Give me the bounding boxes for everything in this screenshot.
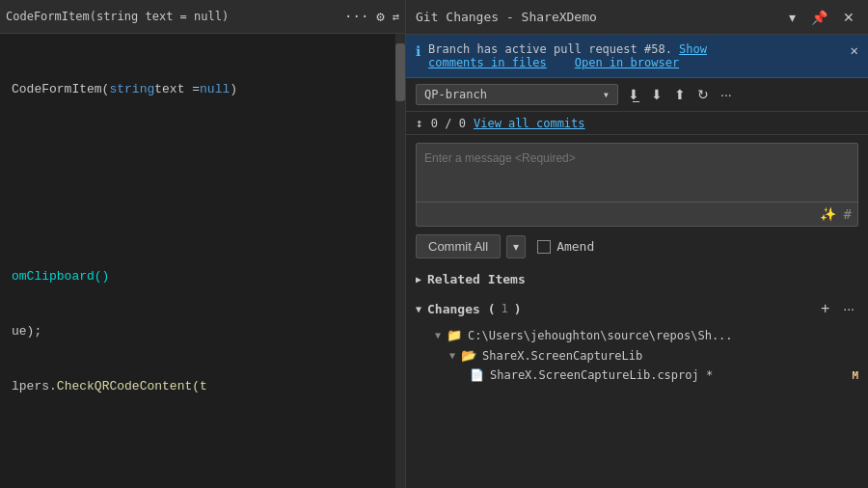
branch-name: QP-branch: [424, 88, 487, 101]
code-panel: CodeFormItem(string text = null) ··· ⚙ ⇄…: [0, 0, 405, 488]
git-panel-header: Git Changes - ShareXDemo ▾ 📌 ✕: [406, 0, 868, 35]
code-line-clipboard: omClipboard(): [0, 267, 405, 285]
gear-icon[interactable]: ⚙: [376, 9, 384, 24]
view-all-commits-link[interactable]: View all commits: [474, 117, 585, 130]
panel-collapse-button[interactable]: ▾: [785, 8, 800, 27]
branch-dropdown-arrow: ▾: [603, 88, 610, 101]
code-text: CodeFormItem(: [12, 80, 109, 98]
git-panel-title: Git Changes - ShareXDemo: [416, 10, 597, 24]
code-gap: [0, 190, 405, 267]
code-line: [0, 153, 405, 172]
code-panel-title: CodeFormItem(string text = null): [6, 10, 229, 23]
code-panel-header: CodeFormItem(string text = null) ··· ⚙ ⇄: [0, 0, 405, 34]
pin-button[interactable]: 📌: [807, 8, 831, 27]
changes-arrow: ▼: [416, 304, 421, 314]
pull-button[interactable]: ⬇: [647, 85, 666, 104]
changes-actions: + ···: [817, 298, 858, 319]
tree-file[interactable]: 📄 ShareX.ScreenCaptureLib.csproj * M: [406, 366, 868, 385]
related-items-arrow: ▶: [416, 274, 421, 285]
amend-label: Amend: [556, 239, 594, 254]
file-icon: 📄: [470, 368, 484, 382]
branch-row: QP-branch ▾ ⬇̲ ⬇ ⬆ ↻ ···: [406, 78, 868, 112]
change-badge: M: [852, 369, 858, 382]
more-icon[interactable]: ···: [344, 9, 368, 24]
tree-repo-root[interactable]: ▼ 📁 C:\Users\jehoughton\source\repos\Sh.…: [406, 325, 868, 345]
hash-icon[interactable]: #: [844, 206, 852, 222]
commits-row: ↕ 0 / 0 View all commits: [406, 112, 868, 135]
commits-count: 0 / 0: [431, 117, 466, 130]
branch-actions: ⬇̲ ⬇ ⬆ ↻ ···: [624, 85, 736, 104]
code-line-check: lpers.CheckQRCodeContent(t: [0, 377, 405, 395]
tree-file-label: ShareX.ScreenCaptureLib.csproj *: [490, 368, 846, 382]
commit-all-dropdown-button[interactable]: ▾: [506, 235, 526, 258]
amend-checkbox[interactable]: [537, 240, 551, 254]
message-toolbar: ✨ #: [417, 202, 857, 226]
folder-icon: 📂: [461, 348, 476, 363]
code-body: CodeFormItem(string text = null) omClipb…: [0, 34, 405, 488]
changes-more-button[interactable]: ···: [839, 298, 858, 319]
changes-section[interactable]: ▼ Changes (1) + ···: [406, 292, 868, 325]
info-banner: ℹ Branch has active pull request #58. Sh…: [406, 35, 868, 78]
tree-folder[interactable]: ▼ 📂 ShareX.ScreenCaptureLib: [406, 345, 868, 366]
repo-icon: 📁: [447, 328, 462, 342]
push-button[interactable]: ⬆: [670, 85, 690, 104]
code-line: [0, 135, 405, 153]
info-text: Branch has active pull request #58. Show…: [428, 42, 843, 69]
info-icon: ℹ: [416, 43, 420, 59]
amend-row: Amend: [537, 239, 594, 254]
commit-row: Commit All ▾ Amend: [406, 227, 868, 266]
code-line: [0, 98, 405, 117]
related-items-section[interactable]: ▶ Related Items: [406, 266, 868, 292]
message-area: ✨ #: [416, 143, 858, 227]
close-button[interactable]: ✕: [839, 8, 858, 27]
sparkle-icon[interactable]: ✨: [820, 206, 836, 222]
vertical-scrollbar[interactable]: [395, 34, 405, 488]
info-text-main: Branch has active pull request #58.: [428, 42, 672, 56]
comments-link[interactable]: comments in files: [428, 56, 547, 69]
commit-message-input[interactable]: [417, 144, 857, 202]
changes-count: 1: [501, 302, 507, 315]
code-gap: [0, 285, 405, 322]
fetch-button[interactable]: ⬇̲: [624, 85, 643, 104]
commits-arrows-icon: ↕: [416, 116, 423, 130]
open-browser-link[interactable]: Open in browser: [575, 56, 679, 69]
tree-repo-arrow: ▼: [435, 330, 441, 340]
scrollbar-thumb[interactable]: [395, 43, 405, 101]
tree-folder-label: ShareX.ScreenCaptureLib: [482, 349, 858, 363]
code-gap: [0, 340, 405, 377]
split-icon[interactable]: ⇄: [393, 10, 399, 23]
branch-dropdown[interactable]: QP-branch ▾: [416, 84, 618, 105]
related-items-label: Related Items: [427, 272, 526, 286]
tree-repo-label: C:\Users\jehoughton\source\repos\Sh...: [468, 329, 858, 342]
changes-label: Changes (: [427, 302, 495, 316]
tree-folder-arrow: ▼: [449, 350, 455, 361]
more-actions-button[interactable]: ···: [717, 85, 736, 104]
show-link[interactable]: Show: [679, 42, 707, 56]
code-panel-icons: ··· ⚙ ⇄: [344, 9, 399, 24]
code-line: [0, 172, 405, 190]
add-all-button[interactable]: +: [817, 298, 833, 319]
git-panel-header-icons: ▾ 📌 ✕: [785, 8, 858, 27]
code-line-ue: ue);: [0, 322, 405, 340]
code-line: [0, 117, 405, 135]
commit-all-button[interactable]: Commit All: [416, 234, 501, 258]
code-line: CodeFormItem(string text = null): [0, 80, 405, 98]
git-panel: Git Changes - ShareXDemo ▾ 📌 ✕ ℹ Branch …: [405, 0, 868, 488]
info-close-button[interactable]: ✕: [851, 42, 858, 58]
sync-button[interactable]: ↻: [693, 85, 713, 104]
